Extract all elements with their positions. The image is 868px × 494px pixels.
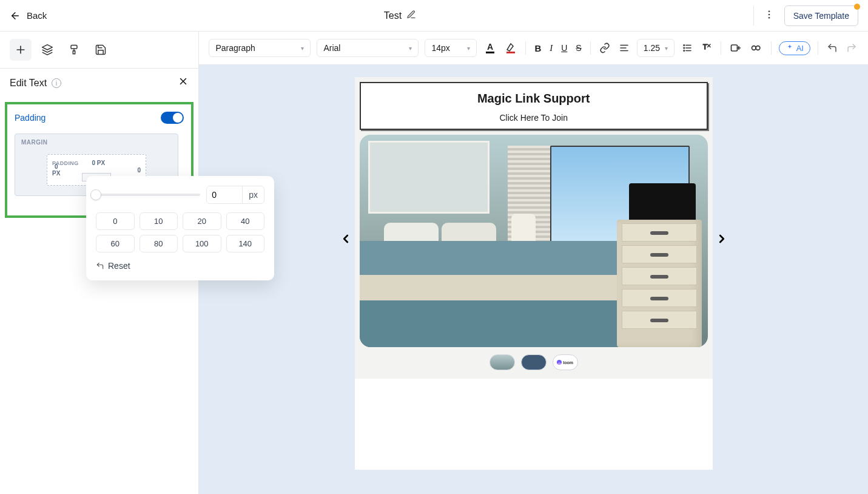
link-button[interactable] — [598, 41, 611, 55]
sparkle-icon — [786, 44, 794, 52]
preset-140[interactable]: 140 — [226, 235, 265, 252]
svg-marker-6 — [42, 45, 53, 50]
page-inner: Magic Link Support Click Here To Join — [355, 77, 713, 379]
variable-button[interactable] — [728, 41, 743, 55]
header-title-wrap: Test — [47, 10, 753, 22]
preset-80[interactable]: 80 — [140, 235, 178, 252]
list-button[interactable] — [681, 41, 694, 55]
padding-toggle[interactable] — [161, 112, 184, 124]
add-element-button[interactable] — [10, 39, 32, 61]
clear-format-button[interactable]: T — [700, 41, 713, 55]
loom-icon — [557, 360, 562, 365]
padding-toggle-row: Padding — [10, 109, 189, 126]
chevron-down-icon: ▾ — [301, 45, 304, 52]
strikethrough-button[interactable]: S — [574, 42, 582, 54]
bold-icon: B — [534, 43, 541, 53]
text-style-value: Paragraph — [215, 43, 255, 53]
divider — [525, 41, 526, 55]
thumbnail-2[interactable] — [521, 354, 547, 370]
pencil-icon — [406, 10, 416, 19]
font-family-select[interactable]: Arial ▾ — [317, 39, 419, 57]
underline-button[interactable]: U — [560, 42, 568, 54]
card-title[interactable]: Magic Link Support — [373, 92, 695, 106]
ai-button[interactable]: AI — [779, 41, 810, 55]
arrow-left-icon — [10, 10, 21, 21]
padding-left-value[interactable]: 0 PX — [52, 163, 60, 177]
line-height-value: 1.25 — [644, 43, 660, 53]
email-page[interactable]: Magic Link Support Click Here To Join — [355, 77, 713, 470]
text-style-select[interactable]: Paragraph ▾ — [209, 39, 311, 57]
canvas-area: Paragraph ▾ Arial ▾ 14px ▾ A B I U S — [199, 32, 868, 494]
padding-slider[interactable] — [96, 194, 200, 196]
save-template-label: Save Template — [793, 11, 849, 21]
sidebar: Edit Text i Padding MARGIN PADDING 0 PX … — [0, 32, 199, 494]
preset-20[interactable]: 20 — [183, 212, 221, 230]
undo-icon — [96, 262, 104, 270]
chain-icon — [750, 42, 762, 53]
italic-button[interactable]: I — [548, 42, 554, 55]
clear-format-icon: T — [701, 42, 712, 53]
font-family-value: Arial — [323, 43, 340, 53]
carousel-image[interactable] — [360, 135, 708, 347]
info-icon[interactable]: i — [52, 78, 61, 88]
svg-point-25 — [752, 46, 756, 50]
card-link[interactable]: Click Here To Join — [373, 113, 695, 123]
plus-icon — [15, 44, 27, 56]
highlight-icon — [505, 41, 517, 55]
dresser-icon — [617, 220, 702, 347]
align-button[interactable] — [617, 41, 631, 55]
preset-100[interactable]: 100 — [183, 235, 221, 252]
padding-unit[interactable]: px — [242, 186, 264, 203]
link-icon — [599, 42, 610, 53]
save-template-button[interactable]: Save Template — [784, 5, 858, 26]
font-size-select[interactable]: 14px ▾ — [425, 39, 477, 57]
undo-button[interactable] — [826, 41, 839, 55]
merge-tag-button[interactable] — [749, 41, 764, 55]
layers-button[interactable] — [36, 39, 58, 61]
reset-label: Reset — [108, 261, 130, 271]
line-height-select[interactable]: 1.25 ▾ — [637, 39, 675, 57]
bed-icon — [360, 241, 617, 347]
reset-button[interactable]: Reset — [96, 261, 264, 271]
styles-button[interactable] — [63, 39, 85, 61]
back-button[interactable]: Back — [10, 10, 47, 21]
slider-input-wrap: px — [206, 186, 264, 204]
thumbnail-loom[interactable]: loom — [553, 354, 578, 370]
padding-popover: px 0 10 20 40 60 80 100 140 Reset — [86, 176, 274, 280]
panel-title-wrap: Edit Text i — [10, 78, 61, 89]
edit-title-button[interactable] — [406, 10, 416, 22]
bold-button[interactable]: B — [533, 42, 542, 55]
carousel-next-button[interactable] — [715, 231, 728, 252]
preview-area[interactable]: Magic Link Support Click Here To Join — [199, 65, 868, 494]
italic-icon: I — [550, 43, 553, 53]
preset-60[interactable]: 60 — [96, 235, 135, 252]
page-whitespace[interactable] — [355, 379, 713, 470]
preset-10[interactable]: 10 — [140, 212, 178, 230]
padding-right-value[interactable]: 0 — [137, 167, 141, 174]
highlight-color-button[interactable] — [503, 40, 518, 56]
unsaved-indicator-icon — [854, 4, 860, 10]
padding-top-value[interactable]: 0 PX — [92, 160, 106, 166]
slider-row: px — [96, 186, 264, 204]
header-card[interactable]: Magic Link Support Click Here To Join — [360, 82, 708, 130]
ai-label: AI — [796, 44, 804, 53]
back-label: Back — [27, 10, 47, 21]
image-carousel — [356, 135, 712, 347]
text-toolbar: Paragraph ▾ Arial ▾ 14px ▾ A B I U S — [199, 32, 868, 65]
carousel-prev-button[interactable] — [339, 231, 352, 252]
slider-thumb-icon[interactable] — [90, 189, 101, 200]
svg-rect-24 — [731, 45, 737, 51]
preset-0[interactable]: 0 — [96, 212, 135, 230]
svg-point-18 — [684, 45, 685, 46]
redo-button[interactable] — [845, 41, 858, 55]
preset-40[interactable]: 40 — [226, 212, 265, 230]
svg-point-1 — [768, 10, 770, 12]
close-panel-button[interactable] — [178, 76, 189, 90]
thumbnail-1[interactable] — [490, 354, 515, 370]
save-panel-button[interactable] — [90, 39, 112, 61]
padding-value-input[interactable] — [207, 186, 242, 203]
carousel-thumbnails: loom — [356, 354, 712, 377]
more-options-button[interactable] — [761, 7, 777, 24]
svg-text:A: A — [487, 42, 493, 52]
text-color-button[interactable]: A — [483, 40, 497, 56]
